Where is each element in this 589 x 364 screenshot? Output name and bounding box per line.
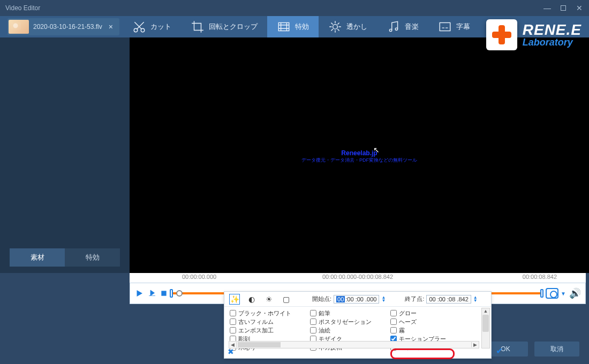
volume-button[interactable]: 🔊	[569, 287, 581, 299]
effect-label: エンボス加工	[238, 327, 274, 335]
effect-checkbox[interactable]	[390, 327, 397, 333]
file-chip[interactable]: 2020-03-10-16-21-53.flv ×	[7, 18, 119, 35]
file-close-icon[interactable]: ×	[107, 22, 115, 31]
playhead[interactable]	[176, 290, 183, 297]
svg-rect-2	[278, 22, 289, 31]
tab-watermark[interactable]: 透かし	[319, 16, 377, 37]
stop-button[interactable]	[160, 290, 168, 297]
step-button[interactable]	[147, 289, 157, 298]
end-spinner[interactable]: ▲▼	[473, 296, 478, 302]
maximize-button[interactable]	[559, 4, 568, 12]
effect-option[interactable]: ポスタリゼーション	[310, 317, 390, 326]
effect-option[interactable]: 鉛筆	[310, 309, 390, 317]
svg-point-3	[333, 25, 338, 29]
start-spinner[interactable]: ▲▼	[381, 296, 386, 302]
effect-option[interactable]: 古いフィルム	[230, 317, 310, 326]
scissors-icon	[132, 20, 146, 34]
effect-label: 鉛筆	[319, 309, 330, 317]
app-title: Video Editor	[5, 4, 543, 12]
effect-checkbox[interactable]	[310, 318, 316, 325]
sidebar-tab-material[interactable]: 素材	[10, 248, 65, 267]
svg-point-4	[389, 29, 391, 31]
crop-mode-icon[interactable]: ▢	[281, 294, 291, 304]
music-note-icon	[387, 20, 401, 34]
effect-option[interactable]: ブラック・ホワイト	[230, 309, 310, 317]
tab-audio[interactable]: 音楽	[377, 16, 428, 37]
tab-effect[interactable]: 特効	[267, 16, 319, 37]
tab-crop[interactable]: 回転とクロップ	[181, 16, 267, 37]
effect-option[interactable]: グロー	[390, 309, 471, 317]
end-time-input[interactable]: 00 :00 :08 .842	[426, 295, 471, 304]
effect-checkbox[interactable]	[310, 310, 316, 316]
end-point-label: 終了点:	[405, 295, 424, 303]
cancel-button[interactable]: 取消	[534, 342, 579, 357]
effect-label: ポスタリゼーション	[319, 318, 372, 326]
filmstrip-icon	[277, 20, 291, 34]
play-button[interactable]	[134, 289, 144, 298]
effect-label: グロー	[399, 309, 417, 317]
brightness-mode-icon[interactable]: ☀	[264, 294, 274, 304]
effect-label: 霧	[399, 327, 405, 335]
horizontal-scrollbar[interactable]: ◀▶	[229, 341, 479, 348]
snapshot-button[interactable]	[546, 288, 558, 299]
start-time-input[interactable]: 00:00 :00 .000	[334, 295, 379, 304]
range-handle-right[interactable]	[540, 289, 543, 298]
crop-icon	[191, 20, 205, 34]
svg-point-5	[395, 28, 397, 30]
effect-checkbox[interactable]	[310, 327, 316, 333]
start-point-label: 開始点:	[312, 295, 331, 303]
close-button[interactable]: ✕	[575, 4, 584, 12]
file-thumbnail	[9, 20, 29, 34]
timeline-range-label: 00:00:00.000-00:00:08.842	[322, 274, 393, 280]
mouse-cursor-icon: ↖	[373, 146, 380, 154]
minimize-button[interactable]: —	[543, 4, 552, 12]
popup-apply-icon[interactable]: ✔	[496, 346, 503, 356]
effect-option[interactable]: 霧	[390, 326, 471, 335]
tab-cut[interactable]: カット	[123, 16, 181, 37]
gear-icon	[328, 20, 342, 34]
file-name: 2020-03-10-16-21-53.flv	[33, 23, 102, 31]
svg-rect-7	[161, 291, 166, 295]
svg-rect-6	[440, 22, 450, 31]
effect-checkbox[interactable]	[230, 318, 236, 325]
effect-checkbox[interactable]	[230, 327, 236, 333]
watermark-overlay: Reneelab.jp データ復元・データ消去・PDF変換などの無料ツール	[301, 149, 417, 164]
effect-option[interactable]: エンボス加工	[230, 326, 310, 335]
effect-checkbox[interactable]	[230, 310, 236, 316]
color-mode-icon[interactable]: ◐	[247, 294, 256, 304]
wand-mode-icon[interactable]: ✨	[230, 294, 239, 304]
sidebar-tab-effect[interactable]: 特効	[65, 248, 120, 267]
subtitle-icon	[438, 20, 452, 34]
effect-checkbox[interactable]	[390, 310, 397, 316]
effect-label: 古いフィルム	[238, 318, 274, 326]
effect-label: 油絵	[319, 327, 330, 335]
effect-option[interactable]: 油絵	[310, 326, 390, 335]
timeline-start-label: 00:00:00.000	[182, 274, 216, 280]
snapshot-dropdown-icon[interactable]: ▼	[561, 291, 566, 297]
effect-label: ヘーズ	[399, 318, 417, 326]
timeline-end-label: 00:00:08.842	[523, 274, 557, 280]
effect-checkbox[interactable]	[390, 318, 397, 325]
video-preview[interactable]: Reneelab.jp データ復元・データ消去・PDF変換などの無料ツール ↖	[130, 37, 589, 273]
effect-option[interactable]: ヘーズ	[390, 317, 471, 326]
effect-label: ブラック・ホワイト	[238, 309, 291, 317]
brand-overlay: RENE.E Laboratory	[486, 19, 582, 50]
popup-cancel-icon[interactable]: ✖	[228, 347, 234, 356]
effect-popup: ✨ ◐ ☀ ▢ 開始点: 00:00 :00 .000 ▲▼ 終了点: 00 :…	[224, 291, 492, 359]
tab-subtitle[interactable]: 字幕	[428, 16, 480, 37]
vertical-scrollbar[interactable]: ▲	[481, 308, 490, 348]
brand-logo-icon	[486, 19, 517, 50]
range-handle-left[interactable]	[170, 289, 173, 298]
